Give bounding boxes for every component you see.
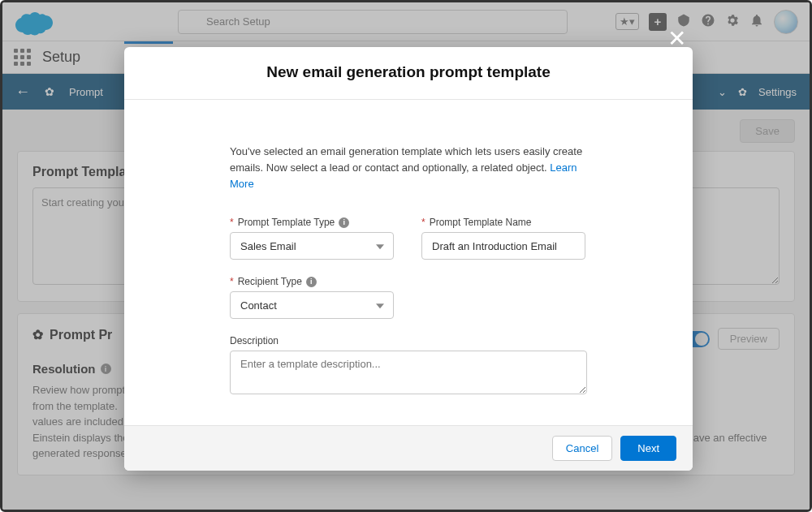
cancel-button[interactable]: Cancel	[552, 436, 612, 461]
close-icon[interactable]: ✕	[667, 25, 686, 52]
description-label: Description	[230, 335, 279, 346]
new-template-modal: New email generation prompt template You…	[124, 47, 693, 471]
modal-intro: You've selected an email generation temp…	[230, 144, 587, 192]
required-indicator: *	[230, 217, 234, 228]
name-label: Prompt Template Name	[430, 217, 532, 228]
template-name-input[interactable]	[421, 232, 585, 260]
recipient-type-select[interactable]: Contact	[230, 291, 394, 319]
modal-title: New email generation prompt template	[140, 63, 676, 81]
next-button[interactable]: Next	[620, 436, 676, 461]
type-label: Prompt Template Type	[238, 217, 335, 228]
template-type-select[interactable]: Sales Email	[230, 232, 394, 260]
required-indicator: *	[230, 276, 234, 287]
info-icon[interactable]: i	[306, 277, 317, 287]
recipient-label: Recipient Type	[238, 276, 302, 287]
required-indicator: *	[421, 217, 425, 228]
info-icon[interactable]: i	[339, 217, 349, 228]
description-textarea[interactable]	[230, 351, 587, 394]
